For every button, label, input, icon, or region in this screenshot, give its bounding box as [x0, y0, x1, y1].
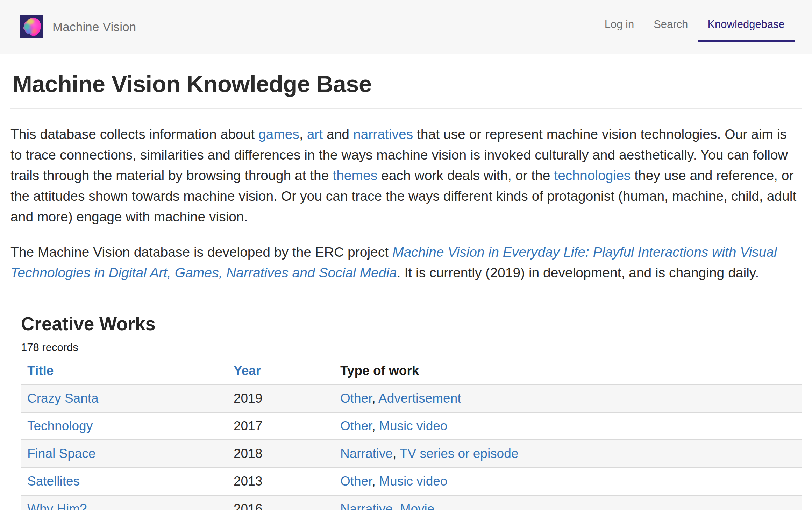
work-type-cell: Other, Music video	[334, 412, 802, 440]
table-header-row: Title Year Type of work	[21, 363, 802, 385]
work-year-cell: 2013	[227, 468, 334, 495]
work-type-link[interactable]: Narrative	[340, 446, 393, 461]
work-title-link[interactable]: Technology	[27, 419, 93, 433]
table-row: Crazy Santa2019Other, Advertisement	[21, 385, 802, 412]
credit-paragraph: The Machine Vision database is developed…	[10, 242, 798, 283]
work-type-link[interactable]: Narrative	[340, 502, 393, 510]
site-header: Machine Vision Log in Search Knowledgeba…	[0, 0, 812, 54]
work-title-cell: Crazy Santa	[21, 385, 227, 412]
main-content: Machine Vision Knowledge Base This datab…	[0, 70, 812, 510]
intro: This database collects information about…	[10, 124, 802, 283]
work-type-cell: Other, Music video	[334, 468, 802, 495]
type-separator: ,	[372, 391, 379, 405]
type-separator: ,	[372, 474, 379, 488]
work-type-link[interactable]: Other	[340, 474, 372, 488]
work-type-link[interactable]: Other	[340, 391, 372, 405]
page-title: Machine Vision Knowledge Base	[13, 70, 802, 97]
inline-link[interactable]: technologies	[554, 168, 631, 183]
text-segment: The Machine Vision database is developed…	[10, 245, 392, 260]
inline-link[interactable]: narratives	[353, 127, 413, 142]
table-row: Final Space2018Narrative, TV series or e…	[21, 440, 802, 468]
inline-link[interactable]: art	[307, 127, 323, 142]
work-title-link[interactable]: Final Space	[27, 446, 95, 461]
work-year-cell: 2019	[227, 385, 334, 412]
work-type-link[interactable]: Music video	[379, 474, 447, 488]
work-title-cell: Technology	[21, 412, 227, 440]
sort-by-title-link[interactable]: Title	[27, 363, 54, 378]
title-divider	[10, 108, 802, 109]
work-type-link[interactable]: Advertisement	[378, 391, 461, 405]
nav-item-knowledgebase[interactable]: Knowledgebase	[698, 0, 795, 54]
work-title-cell: Why Him?	[21, 495, 227, 510]
nav-item-login[interactable]: Log in	[595, 0, 644, 54]
works-heading: Creative Works	[21, 313, 802, 334]
text-segment: and	[323, 127, 353, 142]
work-type-cell: Other, Advertisement	[334, 385, 802, 412]
work-type-link[interactable]: Music video	[379, 419, 447, 433]
record-count: 178 records	[21, 341, 802, 354]
works-table: Title Year Type of work Crazy Santa2019O…	[21, 363, 802, 510]
column-header-type: Type of work	[334, 363, 802, 385]
text-segment: . It is currently (2019) in development,…	[397, 265, 759, 280]
work-type-link[interactable]: Movie	[400, 502, 435, 510]
type-separator: ,	[393, 502, 400, 510]
work-type-link[interactable]: Other	[340, 419, 372, 433]
type-separator: ,	[393, 446, 400, 461]
nav-item-search[interactable]: Search	[644, 0, 698, 54]
work-year-cell: 2018	[227, 440, 334, 468]
text-segment: ,	[299, 127, 307, 142]
work-title-cell: Satellites	[21, 468, 227, 495]
inline-link[interactable]: games	[258, 127, 299, 142]
text-segment: each work deals with, or the	[377, 168, 554, 183]
table-row: Satellites2013Other, Music video	[21, 468, 802, 495]
work-type-cell: Narrative, Movie	[334, 495, 802, 510]
table-row: Why Him?2016Narrative, Movie	[21, 495, 802, 510]
type-separator: ,	[372, 419, 379, 433]
work-year-cell: 2017	[227, 412, 334, 440]
brand-name: Machine Vision	[52, 20, 136, 34]
table-row: Technology2017Other, Music video	[21, 412, 802, 440]
machine-vision-logo-icon	[20, 15, 43, 38]
work-title-cell: Final Space	[21, 440, 227, 468]
sort-by-year-link[interactable]: Year	[234, 363, 261, 378]
text-segment: This database collects information about	[10, 127, 258, 142]
work-year-cell: 2016	[227, 495, 334, 510]
work-title-link[interactable]: Crazy Santa	[27, 391, 99, 405]
work-title-link[interactable]: Why Him?	[27, 502, 87, 510]
inline-link[interactable]: themes	[333, 168, 377, 183]
column-header-title: Title	[21, 363, 227, 385]
work-type-link[interactable]: TV series or episode	[400, 446, 518, 461]
intro-paragraph: This database collects information about…	[10, 124, 798, 227]
brand[interactable]: Machine Vision	[20, 15, 136, 38]
work-type-cell: Narrative, TV series or episode	[334, 440, 802, 468]
creative-works-section: Creative Works 178 records Title Year Ty…	[21, 313, 802, 510]
work-title-link[interactable]: Satellites	[27, 474, 80, 488]
column-header-year: Year	[227, 363, 334, 385]
main-nav: Log in Search Knowledgebase	[595, 0, 795, 54]
